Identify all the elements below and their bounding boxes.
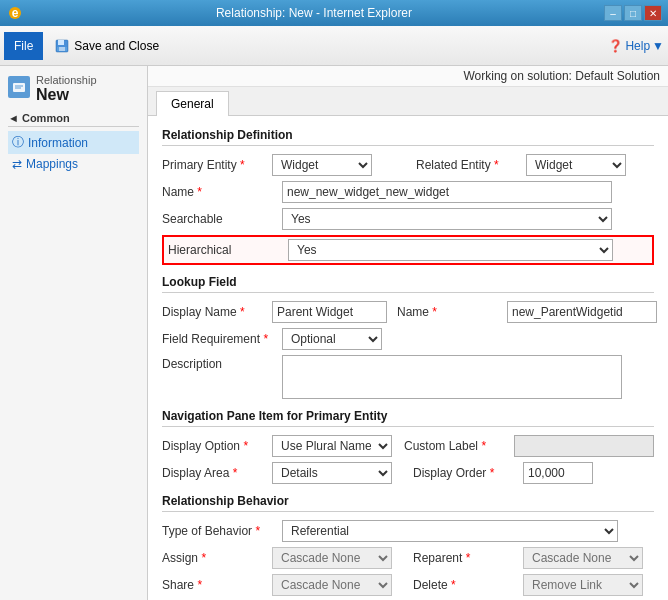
svg-text:e: e <box>12 6 19 20</box>
display-option-select[interactable]: Use Plural Name <box>272 435 392 457</box>
type-of-behavior-row: Type of Behavior * Referential <box>162 520 654 542</box>
type-of-behavior-label: Type of Behavior * <box>162 524 282 538</box>
window-title: Relationship: New - Internet Explorer <box>24 6 604 20</box>
display-option-custom-label-row: Display Option * Use Plural Name Custom … <box>162 435 654 457</box>
sidebar-item-information-label: Information <box>28 136 88 150</box>
assign-control: Cascade None <box>272 547 403 569</box>
svg-rect-3 <box>58 40 64 45</box>
reparent-control: Cascade None <box>523 547 654 569</box>
searchable-control: Yes No <box>282 208 654 230</box>
toolbar: File Save and Close ❓ Help ▼ <box>0 26 668 66</box>
name-control <box>282 181 654 203</box>
description-control <box>282 355 654 399</box>
help-button[interactable]: ❓ Help ▼ <box>608 39 664 53</box>
type-of-behavior-select[interactable]: Referential <box>282 520 618 542</box>
display-area-order-row: Display Area * Details Display Order * <box>162 462 654 484</box>
field-requirement-select[interactable]: Optional Required <box>282 328 382 350</box>
share-col: Share * Cascade None <box>162 574 403 596</box>
display-name-name-row: Display Name * Name * <box>162 301 654 323</box>
custom-label-input[interactable] <box>514 435 654 457</box>
reparent-label: Reparent * <box>413 551 523 565</box>
primary-related-entity-row: Primary Entity * Widget Related Entity * <box>162 154 654 176</box>
display-order-col: Display Order * <box>413 462 654 484</box>
name-required: * <box>197 185 202 199</box>
display-area-label: Display Area * <box>162 466 272 480</box>
display-area-col: Display Area * Details <box>162 462 403 484</box>
svg-rect-5 <box>59 47 65 51</box>
display-name-input[interactable] <box>272 301 387 323</box>
related-entity-select[interactable]: Widget <box>526 154 626 176</box>
primary-entity-control: Widget <box>272 154 400 176</box>
share-delete-row: Share * Cascade None Delete * <box>162 574 654 596</box>
delete-label: Delete * <box>413 578 523 592</box>
related-entity-col: Related Entity * Widget <box>416 154 654 176</box>
info-icon: ⓘ <box>12 134 24 151</box>
display-order-control <box>523 462 654 484</box>
mappings-icon: ⇄ <box>12 157 22 171</box>
sidebar-item-mappings[interactable]: ⇄ Mappings <box>8 154 139 174</box>
name-label: Name * <box>162 185 282 199</box>
window-controls: – □ ✕ <box>604 5 662 21</box>
description-row: Description <box>162 355 654 399</box>
hierarchical-select[interactable]: Yes No <box>288 239 613 261</box>
entity-name-label: New <box>36 86 97 104</box>
name-input[interactable] <box>282 181 612 203</box>
nav-section: ◄ Common ⓘ Information ⇄ Mappings <box>8 112 139 174</box>
searchable-select[interactable]: Yes No <box>282 208 612 230</box>
delete-col: Delete * Remove Link <box>413 574 654 596</box>
reparent-select[interactable]: Cascade None <box>523 547 643 569</box>
left-panel: Relationship New ◄ Common ⓘ Information … <box>0 66 148 600</box>
display-area-select[interactable]: Details <box>272 462 392 484</box>
assign-col: Assign * Cascade None <box>162 547 403 569</box>
display-option-control: Use Plural Name <box>272 435 394 457</box>
related-entity-control: Widget <box>526 154 654 176</box>
display-order-input[interactable] <box>523 462 593 484</box>
field-requirement-row: Field Requirement * Optional Required <box>162 328 654 350</box>
field-requirement-label: Field Requirement * <box>162 332 282 346</box>
searchable-label: Searchable <box>162 212 282 226</box>
section-relationship-behavior: Relationship Behavior <box>162 494 654 512</box>
share-label: Share * <box>162 578 272 592</box>
lookup-name-control <box>507 301 657 323</box>
section-lookup-field: Lookup Field <box>162 275 654 293</box>
related-entity-label: Related Entity * <box>416 158 526 172</box>
tab-bar: General <box>148 87 668 116</box>
entity-icon <box>8 76 30 98</box>
main-container: Relationship New ◄ Common ⓘ Information … <box>0 66 668 600</box>
share-control: Cascade None <box>272 574 403 596</box>
minimize-button[interactable]: – <box>604 5 622 21</box>
form-content: Relationship Definition Primary Entity *… <box>148 116 668 600</box>
primary-entity-col: Primary Entity * Widget <box>162 154 400 176</box>
display-option-col: Display Option * Use Plural Name <box>162 435 394 457</box>
close-button[interactable]: ✕ <box>644 5 662 21</box>
description-textarea[interactable] <box>282 355 622 399</box>
description-label: Description <box>162 355 282 371</box>
sidebar-item-mappings-label: Mappings <box>26 157 78 171</box>
file-button[interactable]: File <box>4 32 43 60</box>
save-close-button[interactable]: Save and Close <box>47 32 166 60</box>
custom-label-col: Custom Label * <box>404 435 654 457</box>
name-row: Name * <box>162 181 654 203</box>
restore-button[interactable]: □ <box>624 5 642 21</box>
lookup-name-input[interactable] <box>507 301 657 323</box>
primary-entity-select[interactable]: Widget <box>272 154 372 176</box>
custom-label-label: Custom Label * <box>404 439 514 453</box>
tab-general[interactable]: General <box>156 91 229 116</box>
share-select[interactable]: Cascade None <box>272 574 392 596</box>
primary-entity-required: * <box>240 158 245 172</box>
help-icon: ❓ <box>608 39 623 53</box>
lookup-name-col: Name * <box>397 301 657 323</box>
section-relationship-definition: Relationship Definition <box>162 128 654 146</box>
hierarchical-row: Hierarchical Yes No <box>162 235 654 265</box>
sidebar-item-information[interactable]: ⓘ Information <box>8 131 139 154</box>
hierarchical-label: Hierarchical <box>168 243 288 257</box>
help-label: Help <box>625 39 650 53</box>
assign-select[interactable]: Cascade None <box>272 547 392 569</box>
solution-bar-text: Working on solution: Default Solution <box>463 69 660 83</box>
delete-control: Remove Link <box>523 574 654 596</box>
section-nav-pane: Navigation Pane Item for Primary Entity <box>162 409 654 427</box>
assign-label: Assign * <box>162 551 272 565</box>
delete-select[interactable]: Remove Link <box>523 574 643 596</box>
lookup-name-label: Name * <box>397 305 507 319</box>
display-name-label: Display Name * <box>162 305 272 319</box>
